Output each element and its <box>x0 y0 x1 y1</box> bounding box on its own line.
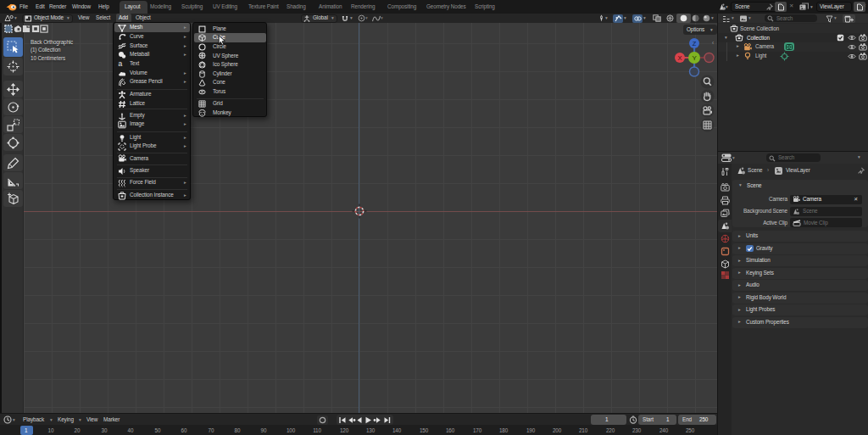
svg-text:Y: Y <box>692 54 697 62</box>
svg-text:X: X <box>678 54 682 62</box>
svg-text:Z: Z <box>693 40 697 47</box>
